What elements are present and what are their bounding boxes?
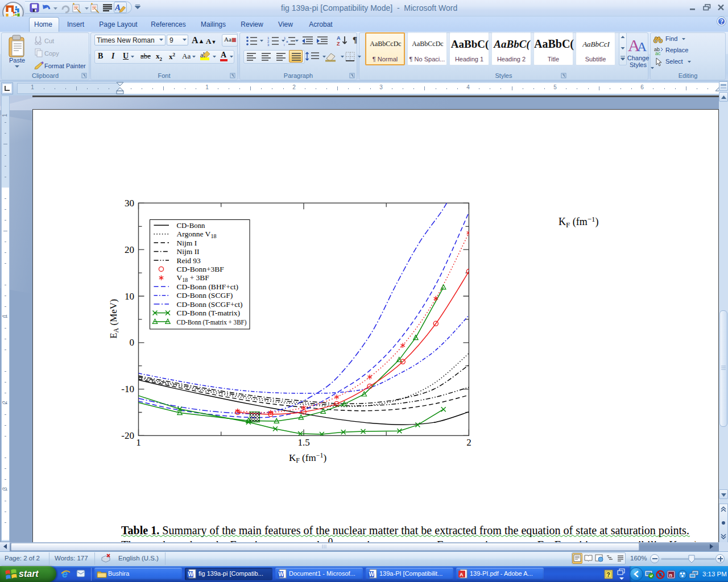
- svg-text:-20: -20: [121, 430, 134, 441]
- svg-text:e: e: [62, 568, 68, 580]
- svg-text:0: 0: [130, 337, 135, 348]
- svg-text:CD-Bonn (SCGF): CD-Bonn (SCGF): [177, 291, 233, 300]
- svg-text:1.5: 1.5: [297, 437, 309, 448]
- svg-text:A: A: [460, 572, 464, 577]
- svg-text:W: W: [369, 571, 375, 577]
- svg-text:KF (fm−1): KF (fm−1): [289, 451, 326, 464]
- svg-text:?: ?: [607, 572, 610, 578]
- svg-text:n: n: [669, 572, 673, 578]
- svg-text:Reid 93: Reid 93: [177, 256, 201, 265]
- svg-text:2: 2: [466, 437, 471, 448]
- svg-text:CD-Bonn (T-matrix): CD-Bonn (T-matrix): [177, 309, 241, 317]
- svg-text:Nijm II: Nijm II: [177, 247, 200, 256]
- svg-text:KF (fm−1): KF (fm−1): [559, 215, 599, 229]
- svg-text:20: 20: [125, 244, 134, 255]
- svg-text:CD-Bonn+3BF: CD-Bonn+3BF: [177, 265, 225, 273]
- svg-text:CD-Bonn: CD-Bonn: [177, 221, 205, 230]
- svg-text:W: W: [188, 571, 194, 577]
- svg-text:1: 1: [136, 437, 141, 448]
- svg-text:CD-Bonn (SCGF+ct): CD-Bonn (SCGF+ct): [177, 300, 243, 309]
- svg-text:CD-Bonn (BHF+ct): CD-Bonn (BHF+ct): [177, 282, 239, 291]
- svg-text:-10: -10: [121, 384, 134, 394]
- svg-text:CD-Bonn (T-matrix + 3BF): CD-Bonn (T-matrix + 3BF): [177, 318, 247, 326]
- svg-text:EA (MeV): EA (MeV): [108, 299, 120, 339]
- svg-text:W: W: [279, 571, 284, 577]
- svg-text:30: 30: [125, 198, 134, 209]
- svg-text:Nijm I: Nijm I: [177, 239, 197, 247]
- svg-text:10: 10: [125, 291, 134, 302]
